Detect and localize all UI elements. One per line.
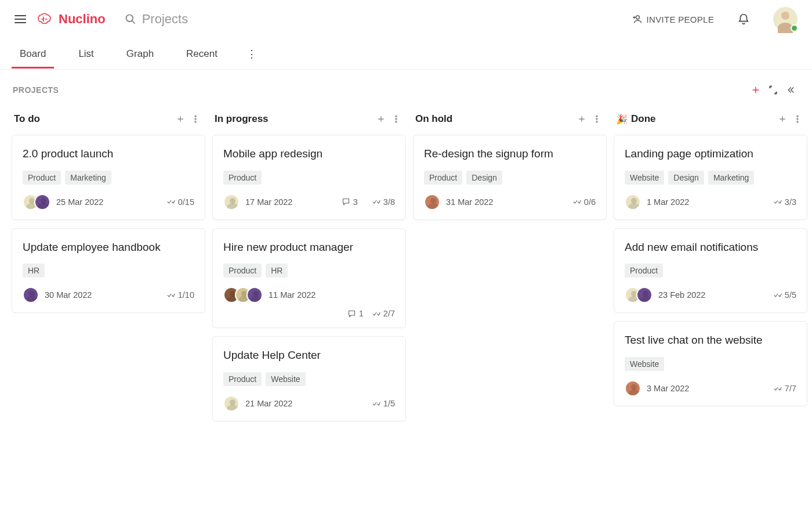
card[interactable]: Update Help CenterProductWebsite21 Mar 2… — [212, 336, 406, 421]
search[interactable]: Projects — [125, 12, 188, 27]
card-title: Test live chat on the website — [625, 333, 796, 348]
tabs-more-icon[interactable]: ⋮ — [242, 48, 262, 60]
avatar — [636, 287, 652, 303]
card-date: 1 Mar 2022 — [647, 197, 689, 207]
card[interactable]: 2.0 product launchProductMarketing25 Mar… — [12, 135, 205, 220]
tag: Product — [223, 171, 262, 185]
column-on-hold: On holdRe-design the signup formProductD… — [413, 106, 607, 228]
tag: Design — [466, 171, 502, 185]
menu-toggle[interactable] — [14, 15, 26, 23]
checklist-count: 3/3 — [773, 197, 796, 207]
column-title: To do — [14, 113, 173, 125]
assignees — [23, 287, 39, 303]
avatar — [223, 395, 240, 412]
add-card-button[interactable] — [775, 111, 790, 127]
tab-graph[interactable]: Graph — [118, 40, 162, 68]
column-in-progress: In progressMobile app redesignProduct17 … — [212, 106, 406, 430]
column-to-do: To do2.0 product launchProductMarketing2… — [12, 106, 205, 321]
add-column-button[interactable] — [747, 81, 764, 99]
card-title: Landing page optimization — [625, 147, 796, 161]
column-done: 🎉DoneLanding page optimizationWebsiteDes… — [614, 106, 807, 415]
tag: Product — [424, 171, 462, 185]
assignees — [424, 194, 440, 210]
card[interactable]: Add new email notificationsProduct23 Feb… — [614, 228, 807, 314]
card[interactable]: Landing page optimizationWebsiteDesignMa… — [614, 135, 807, 220]
checklist-count: 2/7 — [372, 309, 395, 318]
assignees — [223, 395, 240, 412]
comments-count: 3 — [342, 197, 358, 207]
tag: Product — [223, 264, 262, 278]
add-card-button[interactable] — [374, 111, 389, 127]
card[interactable]: Update employee handbookHR30 Mar 20221/1… — [12, 228, 205, 314]
tab-board[interactable]: Board — [12, 40, 54, 68]
card[interactable]: Hire new product managerProductHR11 Mar … — [212, 228, 406, 329]
svg-point-8 — [396, 121, 397, 123]
column-menu-icon[interactable] — [188, 111, 203, 127]
tag: Product — [223, 372, 262, 386]
svg-point-3 — [195, 116, 196, 117]
tag: Product — [625, 264, 663, 278]
checklist-count: 3/8 — [372, 197, 395, 207]
svg-point-13 — [797, 118, 798, 120]
column-title: In progress — [215, 113, 374, 125]
search-icon — [125, 13, 136, 25]
brain-icon — [37, 13, 54, 26]
add-card-button[interactable] — [574, 111, 589, 127]
card-date: 23 Feb 2022 — [658, 290, 705, 300]
invite-label: INVITE PEOPLE — [647, 15, 714, 24]
card-title: 2.0 product launch — [23, 147, 194, 161]
card[interactable]: Test live chat on the websiteWebsite3 Ma… — [614, 321, 807, 406]
column-menu-icon[interactable] — [790, 111, 805, 127]
checklist-count: 7/7 — [773, 384, 796, 393]
tag: Website — [625, 171, 664, 185]
add-card-button[interactable] — [173, 111, 188, 127]
card[interactable]: Re-design the signup formProductDesign31… — [413, 135, 607, 220]
comments-count: 1 — [347, 309, 364, 318]
card-title: Hire new product manager — [223, 240, 395, 255]
card-title: Update Help Center — [223, 348, 395, 363]
assignees — [625, 287, 652, 303]
avatar — [424, 194, 440, 210]
svg-point-2 — [636, 16, 639, 19]
assignees — [625, 194, 641, 210]
card-title: Update employee handbook — [23, 240, 194, 255]
checklist-count: 1/10 — [166, 290, 194, 300]
tag: HR — [266, 264, 288, 278]
notifications-icon[interactable] — [737, 13, 750, 26]
logo[interactable]: Nuclino — [37, 12, 106, 27]
logo-text: Nuclino — [59, 12, 106, 27]
svg-line-1 — [132, 21, 135, 24]
checklist-count: 0/15 — [166, 197, 194, 207]
svg-point-7 — [396, 118, 397, 120]
breadcrumb: PROJECTS — [13, 85, 59, 95]
tag: Website — [266, 372, 305, 386]
avatar — [34, 194, 50, 210]
tag: HR — [23, 264, 45, 278]
tab-recent[interactable]: Recent — [178, 40, 226, 68]
column-menu-icon[interactable] — [589, 111, 604, 127]
checklist-count: 1/5 — [372, 399, 395, 408]
card-title: Add new email notifications — [625, 240, 796, 255]
svg-point-6 — [396, 116, 397, 117]
invite-people-button[interactable]: INVITE PEOPLE — [632, 14, 714, 24]
card-date: 21 Mar 2022 — [245, 399, 292, 408]
avatar — [23, 287, 39, 303]
user-avatar[interactable] — [773, 7, 798, 31]
column-title: Done — [631, 113, 775, 125]
checklist-count: 0/6 — [572, 197, 596, 207]
card-date: 25 Mar 2022 — [56, 197, 103, 207]
svg-point-11 — [596, 121, 597, 123]
column-menu-icon[interactable] — [389, 111, 404, 127]
hide-panel-icon[interactable] — [782, 81, 799, 99]
card-date: 30 Mar 2022 — [45, 290, 92, 300]
card-title: Mobile app redesign — [223, 147, 395, 161]
card[interactable]: Mobile app redesignProduct17 Mar 202233/… — [212, 135, 406, 220]
view-tabs: BoardListGraphRecent⋮ — [0, 38, 812, 70]
add-user-icon — [632, 14, 642, 24]
avatar — [625, 380, 641, 397]
tag: Website — [625, 357, 664, 371]
collapse-icon[interactable] — [764, 81, 782, 99]
svg-point-9 — [596, 116, 597, 117]
assignees — [223, 287, 263, 303]
tab-list[interactable]: List — [70, 40, 102, 68]
